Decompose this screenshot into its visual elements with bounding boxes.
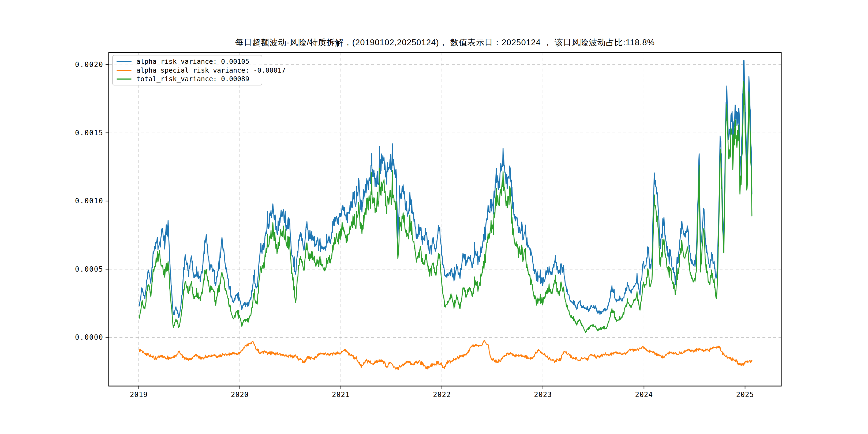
legend-label: alpha_special_risk_variance: -0.00017 bbox=[136, 66, 286, 74]
legend-label: total_risk_variance: 0.00089 bbox=[136, 75, 249, 83]
legend-item-total-risk-variance: total_risk_variance: 0.00089 bbox=[117, 74, 258, 83]
x-tick-label-2020: 2020 bbox=[221, 390, 258, 399]
x-tick-label-2022: 2022 bbox=[423, 390, 461, 399]
x-tick-label-2024: 2024 bbox=[625, 390, 663, 399]
y-tick-label-0.0005: 0.0005 bbox=[61, 265, 103, 274]
y-tick-label-0.0020: 0.0020 bbox=[61, 60, 103, 69]
series-line-alpha_special_risk_variance bbox=[139, 341, 752, 370]
x-tick-label-2025: 2025 bbox=[726, 390, 764, 399]
chart-figure: 每日超额波动-风险/特质拆解，(20190102,20250124)， 数值表示… bbox=[0, 0, 868, 434]
y-tick-label-0.0010: 0.0010 bbox=[61, 197, 103, 205]
x-tick-label-2023: 2023 bbox=[524, 390, 562, 399]
legend-label: alpha_risk_variance: 0.00105 bbox=[136, 58, 249, 65]
plot-frame bbox=[109, 53, 781, 386]
y-tick-label-0.0015: 0.0015 bbox=[61, 129, 103, 137]
legend: alpha_risk_variance: 0.00105 alpha_speci… bbox=[112, 55, 262, 86]
legend-line-sample-green bbox=[117, 79, 131, 80]
legend-line-sample-blue bbox=[117, 61, 131, 62]
x-tick-label-2021: 2021 bbox=[322, 390, 360, 399]
legend-item-alpha-risk-variance: alpha_risk_variance: 0.00105 bbox=[117, 57, 258, 66]
series-line-alpha_risk_variance bbox=[139, 61, 752, 318]
x-tick-label-2019: 2019 bbox=[120, 390, 157, 399]
y-tick-label-0.0000: 0.0000 bbox=[61, 333, 103, 342]
legend-line-sample-orange bbox=[117, 70, 131, 71]
legend-item-alpha-special-risk-variance: alpha_special_risk_variance: -0.00017 bbox=[117, 66, 258, 75]
